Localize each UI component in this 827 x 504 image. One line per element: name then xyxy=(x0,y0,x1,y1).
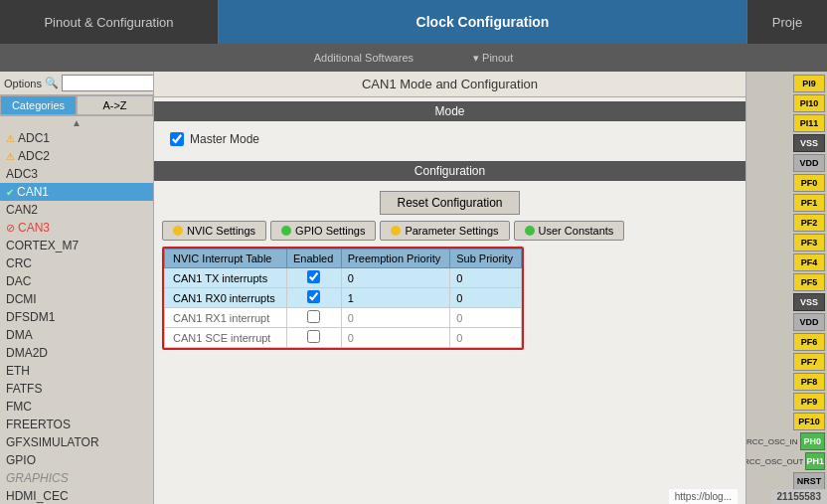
tab-nvic-settings[interactable]: NVIC Settings xyxy=(162,221,266,241)
interrupt-name: CAN1 SCE interrupt xyxy=(165,328,287,348)
pin-panel: PI9 PI10 PI11 VSS VDD PF0 PF1 PF2 xyxy=(745,72,827,504)
table-row: CAN1 RX0 interrupts 1 0 xyxy=(165,288,522,308)
pin-pf8: PF8 xyxy=(793,373,825,391)
pin-pf7: PF7 xyxy=(793,353,825,371)
col-preemption: Preemption Priority xyxy=(341,250,449,268)
master-mode-checkbox[interactable] xyxy=(170,132,184,146)
sidebar-item-gfxsim[interactable]: GFXSIMULATOR xyxy=(0,433,153,451)
rcc-osc-out-label: RCC_OSC_OUT xyxy=(745,457,803,466)
tab-categories[interactable]: Categories xyxy=(0,95,77,115)
interrupt-name: CAN1 TX interrupts xyxy=(165,268,287,288)
warning-icon: ⚠ xyxy=(6,133,15,144)
pin-vdd-1: VDD xyxy=(793,154,825,172)
tab-pinout-config[interactable]: Pinout & Configuration xyxy=(0,0,219,44)
sidebar-item-dcmi[interactable]: DCMI xyxy=(0,290,153,308)
tab-clock-config[interactable]: Clock Configuration xyxy=(219,0,747,44)
sidebar-item-hdmi[interactable]: HDMI_CEC xyxy=(0,487,153,504)
enabled-cell[interactable] xyxy=(286,328,341,348)
sidebar-item-can2[interactable]: CAN2 xyxy=(0,201,153,219)
sidebar-item-adc3[interactable]: ADC3 xyxy=(0,165,153,183)
nvic-table: NVIC Interrupt Table Enabled Preemption … xyxy=(164,249,522,348)
pin-pf10: PF10 xyxy=(793,413,825,430)
sub-header-additional[interactable]: Additional Softwares xyxy=(314,52,414,64)
tab-user-constants[interactable]: User Constants xyxy=(514,221,625,241)
sidebar-item-adc2[interactable]: ⚠ ADC2 xyxy=(0,147,153,165)
interrupt-name: CAN1 RX1 interrupt xyxy=(165,308,287,328)
sidebar: Options 🔍 Categories A->Z ▲ ⚠ ADC1 ⚠ ADC… xyxy=(0,72,154,504)
preemption-cell: 0 xyxy=(341,328,449,348)
dot-gpio xyxy=(281,226,291,236)
enabled-checkbox-rx1[interactable] xyxy=(307,310,320,323)
pin-pi9: PI9 xyxy=(793,75,825,92)
enabled-cell[interactable] xyxy=(286,268,341,288)
rcc-osc-in-label: RCC_OSC_IN xyxy=(746,437,798,446)
sub-header-pinout[interactable]: ▾ Pinout xyxy=(473,52,513,65)
sidebar-item-can3[interactable]: ⊘ CAN3 xyxy=(0,219,153,237)
enabled-cell[interactable] xyxy=(286,308,341,328)
pin-vdd-2: VDD xyxy=(793,313,825,331)
pin-nrst: NRST xyxy=(793,472,825,490)
options-label: Options xyxy=(4,78,42,89)
reset-config-button[interactable]: Reset Configuration xyxy=(380,191,519,215)
col-enabled: Enabled xyxy=(286,250,341,268)
table-row: CAN1 SCE interrupt 0 0 xyxy=(165,328,522,348)
watermark: 21155583 xyxy=(771,489,828,504)
preemption-cell: 0 xyxy=(341,268,449,288)
pin-ph1: PH1 xyxy=(805,452,825,470)
sidebar-item-eth[interactable]: ETH xyxy=(0,362,153,380)
sidebar-item-freertos[interactable]: FREERTOS xyxy=(0,416,153,433)
sub-priority-cell: 0 xyxy=(450,308,522,328)
nvic-table-container: NVIC Interrupt Table Enabled Preemption … xyxy=(162,247,524,350)
check-icon-can1: ✔ xyxy=(6,187,14,198)
preemption-cell: 1 xyxy=(341,288,449,308)
sidebar-item-dma2d[interactable]: DMA2D xyxy=(0,344,153,362)
tab-parameter-settings[interactable]: Parameter Settings xyxy=(380,221,509,241)
sidebar-item-fmc[interactable]: FMC xyxy=(0,398,153,416)
pin-vss-2: VSS xyxy=(793,293,825,311)
col-interrupt-name: NVIC Interrupt Table xyxy=(165,250,287,268)
table-row: CAN1 TX interrupts 0 0 xyxy=(165,268,522,288)
pin-pf1: PF1 xyxy=(793,194,825,212)
config-title: CAN1 Mode and Configuration xyxy=(154,72,745,97)
sidebar-item-dfsdm1[interactable]: DFSDM1 xyxy=(0,308,153,326)
enabled-checkbox-sce[interactable] xyxy=(307,330,320,343)
dot-nvic xyxy=(173,226,183,236)
sub-priority-cell: 0 xyxy=(450,328,522,348)
sidebar-item-cortex[interactable]: CORTEX_M7 xyxy=(0,237,153,254)
enabled-checkbox-rx0[interactable] xyxy=(307,290,320,303)
url-bar: https://blog... xyxy=(669,489,738,504)
enabled-checkbox-tx[interactable] xyxy=(307,270,320,283)
table-row: CAN1 RX1 interrupt 0 0 xyxy=(165,308,522,328)
pin-pi10: PI10 xyxy=(793,94,825,112)
pin-pf4: PF4 xyxy=(793,253,825,271)
sidebar-item-gpio[interactable]: GPIO xyxy=(0,451,153,469)
sidebar-item-dma[interactable]: DMA xyxy=(0,326,153,344)
pin-pf5: PF5 xyxy=(793,273,825,291)
sidebar-item-crc[interactable]: CRC xyxy=(0,254,153,272)
dot-user xyxy=(525,226,535,236)
mode-section-header: Mode xyxy=(154,101,745,121)
pin-pf3: PF3 xyxy=(793,234,825,252)
tab-project[interactable]: Proje xyxy=(747,0,827,44)
sidebar-item-graphics: GRAPHICS xyxy=(0,469,153,487)
sidebar-item-fatfs[interactable]: FATFS xyxy=(0,380,153,398)
warning-icon-adc2: ⚠ xyxy=(6,151,15,162)
master-mode-label: Master Mode xyxy=(190,132,259,146)
sidebar-item-dac[interactable]: DAC xyxy=(0,272,153,290)
sidebar-item-can1[interactable]: ✔ CAN1 xyxy=(0,183,153,201)
pin-pi11: PI11 xyxy=(793,114,825,132)
tab-az[interactable]: A->Z xyxy=(77,95,153,115)
config-section-header: Configuration xyxy=(154,161,745,181)
pin-pf6: PF6 xyxy=(793,333,825,351)
sub-priority-cell: 0 xyxy=(450,288,522,308)
sub-priority-cell: 0 xyxy=(450,268,522,288)
sidebar-item-adc1[interactable]: ⚠ ADC1 xyxy=(0,129,153,147)
pin-pf2: PF2 xyxy=(793,214,825,232)
col-sub: Sub Priority xyxy=(450,250,522,268)
enabled-cell[interactable] xyxy=(286,288,341,308)
search-input[interactable] xyxy=(62,75,154,91)
preemption-cell: 0 xyxy=(341,308,449,328)
tab-gpio-settings[interactable]: GPIO Settings xyxy=(270,221,376,241)
center-content: CAN1 Mode and Configuration Mode Master … xyxy=(154,72,745,504)
pin-vss-1: VSS xyxy=(793,134,825,152)
